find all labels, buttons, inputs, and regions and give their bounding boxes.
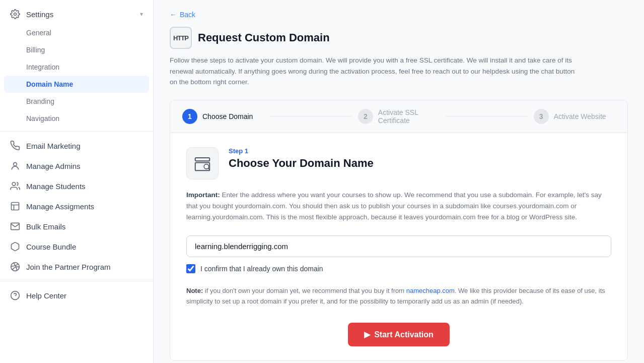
btn-footer: ▶ Start Activation bbox=[186, 323, 611, 346]
step-2-circle: 2 bbox=[358, 109, 373, 124]
manage-assignments-label: Manage Assigments bbox=[26, 202, 143, 211]
course-bundle-label: Course Bundle bbox=[26, 243, 143, 251]
help-center-label: Help Center bbox=[26, 291, 143, 300]
checkbox-row: I confirm that I already own this domain bbox=[186, 264, 611, 273]
page-header: HTTP Request Custom Domain bbox=[170, 27, 628, 49]
partner-program-icon bbox=[10, 262, 20, 272]
sidebar-item-navigation[interactable]: Navigation bbox=[0, 110, 153, 127]
step-connector-1 bbox=[270, 116, 351, 116]
own-domain-checkbox[interactable] bbox=[186, 264, 195, 273]
sidebar-item-branding[interactable]: Branding bbox=[0, 93, 153, 110]
back-label: Back bbox=[180, 11, 195, 19]
sidebar-item-general[interactable]: General bbox=[0, 24, 153, 41]
own-domain-label: I confirm that I already own this domain bbox=[200, 265, 323, 273]
card-body: Step 1 Choose Your Domain Name Important… bbox=[170, 133, 627, 361]
step-2-item: 2 Activate SSL Certificate bbox=[358, 108, 440, 125]
bulk-emails-label: Bulk Emails bbox=[26, 222, 143, 231]
svg-rect-7 bbox=[195, 158, 210, 161]
sidebar-item-integration[interactable]: Integration bbox=[0, 58, 153, 76]
sidebar-item-help-center[interactable]: Help Center bbox=[0, 285, 153, 306]
sidebar-item-course-bundle[interactable]: Course Bundle bbox=[0, 236, 153, 257]
manage-admins-icon bbox=[10, 161, 20, 171]
step1-number: Step 1 bbox=[229, 147, 611, 155]
sidebar-settings-item[interactable]: Settings ▾ bbox=[0, 4, 153, 24]
step-3-item: 3 Activate Website bbox=[534, 109, 615, 124]
step-3-circle: 3 bbox=[534, 109, 549, 124]
page-title: Request Custom Domain bbox=[198, 31, 330, 44]
step1-icon bbox=[186, 147, 219, 179]
sidebar-item-manage-assignments[interactable]: Manage Assigments bbox=[0, 196, 153, 216]
svg-point-0 bbox=[14, 13, 17, 16]
page-description: Follow these steps to activate your cust… bbox=[170, 55, 583, 88]
note-bold: Note: bbox=[186, 287, 203, 294]
settings-label: Settings bbox=[26, 10, 134, 19]
settings-icon bbox=[10, 9, 20, 19]
back-arrow-icon: ← bbox=[170, 11, 177, 19]
course-bundle-icon bbox=[10, 241, 20, 252]
step1-important: Important: bbox=[186, 191, 220, 199]
step-1-circle: 1 bbox=[182, 109, 197, 124]
steps-bar: 1 Choose Domain 2 Activate SSL Certifica… bbox=[170, 100, 627, 133]
http-icon: HTTP bbox=[173, 34, 188, 42]
step-connector-2 bbox=[446, 116, 527, 116]
play-icon: ▶ bbox=[364, 330, 370, 339]
start-activation-label: Start Activation bbox=[374, 330, 434, 339]
manage-students-icon bbox=[10, 181, 20, 191]
page-header-icon: HTTP bbox=[170, 27, 192, 49]
partner-program-label: Join the Partner Program bbox=[26, 263, 143, 271]
step-1-label: Choose Domain bbox=[202, 112, 253, 120]
step-1-item: 1 Choose Domain bbox=[182, 109, 264, 124]
sidebar-item-billing[interactable]: Billing bbox=[0, 41, 153, 58]
settings-chevron: ▾ bbox=[140, 11, 143, 18]
sidebar-item-manage-students[interactable]: Manage Students bbox=[0, 176, 153, 196]
step1-title-area: Step 1 Choose Your Domain Name bbox=[229, 147, 611, 170]
step1-title: Choose Your Domain Name bbox=[229, 157, 611, 170]
note-text: Note: if you don't own your domain yet, … bbox=[186, 285, 611, 307]
bulk-emails-icon bbox=[10, 221, 20, 231]
manage-admins-label: Manage Admins bbox=[26, 162, 143, 170]
sidebar-item-manage-admins[interactable]: Manage Admins bbox=[0, 156, 153, 176]
step-3-label: Activate Website bbox=[554, 112, 606, 120]
note-text1: if you don't own your domain yet, we rec… bbox=[203, 287, 406, 294]
sidebar-item-bulk-emails[interactable]: Bulk Emails bbox=[0, 216, 153, 236]
back-button[interactable]: ← Back bbox=[170, 11, 195, 19]
svg-point-1 bbox=[14, 162, 17, 166]
svg-point-2 bbox=[12, 183, 16, 186]
email-marketing-label: Email Marketing bbox=[26, 142, 143, 150]
manage-students-label: Manage Students bbox=[26, 182, 143, 191]
start-activation-button[interactable]: ▶ Start Activation bbox=[348, 323, 450, 346]
custom-domain-card: 1 Choose Domain 2 Activate SSL Certifica… bbox=[170, 100, 628, 361]
help-center-icon bbox=[10, 290, 20, 300]
step1-header: Step 1 Choose Your Domain Name bbox=[186, 147, 611, 179]
domain-input[interactable] bbox=[186, 235, 611, 257]
email-marketing-icon bbox=[10, 141, 20, 151]
sidebar-item-domain-name[interactable]: Domain Name bbox=[4, 76, 149, 93]
manage-assignments-icon bbox=[10, 201, 20, 211]
step-2-label: Activate SSL Certificate bbox=[378, 108, 440, 125]
namecheap-link[interactable]: namecheap.com bbox=[406, 287, 455, 294]
sidebar: Settings ▾ General Billing Integration D… bbox=[0, 0, 154, 363]
step1-description-text: Enter the address where you want your co… bbox=[186, 191, 602, 221]
svg-rect-3 bbox=[12, 203, 19, 210]
sidebar-item-partner-program[interactable]: Join the Partner Program bbox=[0, 257, 153, 277]
main-content: ← Back HTTP Request Custom Domain Follow… bbox=[154, 0, 644, 363]
step1-description: Important: Enter the address where you w… bbox=[186, 190, 611, 223]
sidebar-item-email-marketing[interactable]: Email Marketing bbox=[0, 136, 153, 156]
